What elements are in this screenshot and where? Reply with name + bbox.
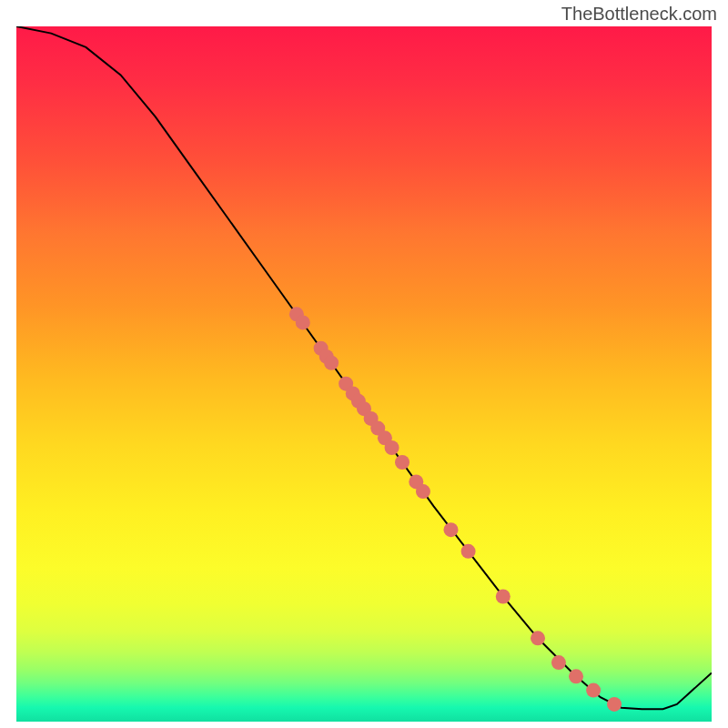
data-point [607, 697, 622, 712]
data-point [496, 589, 511, 603]
data-point [551, 655, 566, 670]
data-points-group [289, 307, 622, 712]
chart-curve [16, 26, 712, 709]
data-point [461, 544, 476, 559]
data-point [296, 315, 310, 329]
data-point [416, 484, 430, 499]
data-point [395, 455, 410, 470]
chart-container: TheBottleneck.com [0, 0, 728, 728]
data-point [586, 683, 601, 698]
chart-svg [16, 26, 712, 722]
data-point [324, 356, 339, 370]
plot-area [16, 26, 712, 722]
data-point [531, 631, 545, 645]
data-point [444, 522, 459, 537]
data-point [569, 669, 583, 683]
data-point [385, 440, 399, 455]
attribution-text: TheBottleneck.com [561, 4, 717, 25]
